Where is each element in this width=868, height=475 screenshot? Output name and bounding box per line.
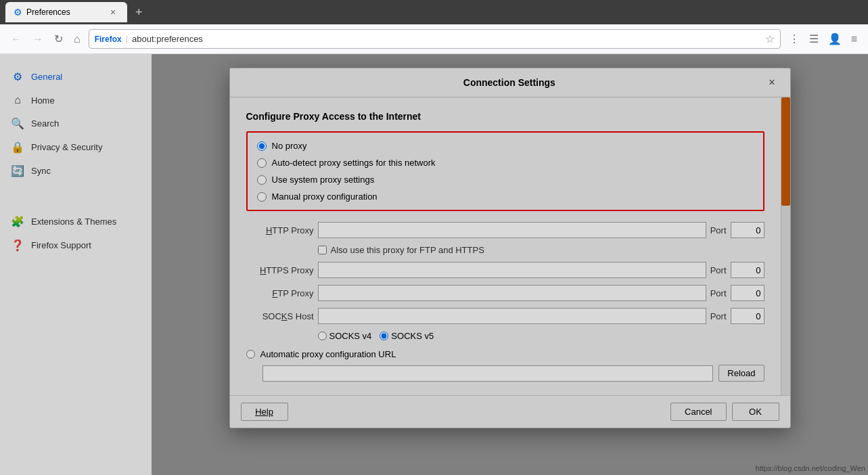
sync-icon: 🔄 [11, 164, 24, 177]
privacy-icon: 🔒 [11, 141, 24, 154]
auto-proxy-row: Automatic proxy configuration URL [246, 349, 764, 359]
sidebar-toggle-button[interactable]: ☰ [806, 30, 821, 48]
http-proxy-label: HTTP Proxy [246, 225, 314, 235]
socks-v4-option[interactable]: SOCKS v4 [318, 331, 372, 341]
sidebar-item-general[interactable]: ⚙ General [0, 65, 152, 89]
also-use-proxy-checkbox[interactable] [318, 246, 327, 254]
sidebar-item-extensions[interactable]: 🧩 Extensions & Themes [0, 210, 152, 233]
sidebar-item-search[interactable]: 🔍 Search [0, 112, 152, 135]
also-use-proxy-row: Also use this proxy for FTP and HTTPS [318, 245, 764, 255]
http-proxy-row: HTTP Proxy Port [246, 222, 764, 238]
auto-proxy-url-input[interactable] [262, 365, 714, 382]
preferences-sidebar: ⚙ General ⌂ Home 🔍 Search 🔒 Privacy & Se… [0, 54, 152, 475]
browser-title-bar: ⚙ Preferences × + [0, 0, 868, 24]
general-icon: ⚙ [11, 70, 24, 83]
https-port-label: Port [710, 265, 727, 275]
ftp-proxy-row: FTP Proxy Port [246, 285, 764, 301]
socks-host-row: SOCKS Host Port [246, 308, 764, 324]
no-proxy-radio[interactable] [257, 141, 267, 151]
nav-right-icons: ⋮ ☰ 👤 ≡ [786, 30, 860, 48]
manual-proxy-option[interactable]: Manual proxy configuration [257, 191, 754, 202]
http-port-input[interactable] [731, 222, 764, 238]
system-proxy-label: Use system proxy settings [272, 175, 375, 185]
https-port-input[interactable] [731, 262, 764, 278]
bookmark-icon[interactable]: ☆ [765, 32, 775, 45]
active-tab[interactable]: ⚙ Preferences × [5, 2, 127, 22]
sidebar-item-home[interactable]: ⌂ Home [0, 89, 152, 112]
sidebar-item-privacy[interactable]: 🔒 Privacy & Security [0, 135, 152, 159]
socks-host-label: SOCKS Host [246, 311, 314, 321]
manual-proxy-section: HTTP Proxy Port Also use this proxy for … [246, 222, 764, 341]
connection-settings-dialog: Connection Settings × Configure Proxy Ac… [229, 68, 791, 428]
cancel-button[interactable]: Cancel [670, 403, 726, 421]
toolbar-toggle-button[interactable]: ⋮ [786, 30, 802, 48]
https-proxy-label: HTTPS Proxy [246, 265, 314, 275]
https-proxy-input[interactable] [318, 262, 706, 278]
footer-action-buttons: Cancel OK [670, 403, 779, 421]
http-port-label: Port [710, 225, 727, 235]
main-content: Connection Settings × Configure Proxy Ac… [152, 54, 868, 475]
auto-detect-radio[interactable] [257, 158, 267, 168]
search-icon: 🔍 [11, 117, 24, 130]
home-icon: ⌂ [11, 94, 24, 106]
sidebar-label-sync: Sync [31, 166, 51, 176]
back-button[interactable]: ← [8, 30, 24, 48]
reload-button[interactable]: Reload [718, 365, 764, 382]
socks-host-input[interactable] [318, 308, 706, 324]
home-button[interactable]: ⌂ [71, 30, 83, 48]
forward-button[interactable]: → [30, 30, 46, 48]
auto-proxy-url-radio[interactable] [246, 350, 255, 359]
ok-button[interactable]: OK [732, 403, 779, 421]
socks-v4-radio[interactable] [318, 332, 327, 340]
account-button[interactable]: 👤 [825, 30, 844, 48]
address-bar[interactable]: Firefox | about:preferences ☆ [89, 29, 781, 49]
ftp-port-input[interactable] [731, 285, 764, 301]
sidebar-label-general: General [31, 72, 62, 82]
no-proxy-label: No proxy [272, 141, 307, 151]
help-button[interactable]: Help [241, 403, 288, 421]
manual-proxy-radio[interactable] [257, 192, 267, 202]
ftp-port-label: Port [710, 288, 727, 298]
refresh-button[interactable]: ↻ [51, 30, 66, 48]
menu-button[interactable]: ≡ [848, 30, 860, 48]
dialog-body: Configure Proxy Access to the Internet N… [230, 97, 790, 395]
sidebar-item-support[interactable]: ❓ Firefox Support [0, 233, 152, 257]
sidebar-label-home: Home [31, 95, 55, 106]
no-proxy-option[interactable]: No proxy [257, 141, 754, 151]
dialog-title-bar: Connection Settings × [230, 68, 790, 97]
tab-close-btn[interactable]: × [107, 6, 119, 18]
socks-port-input[interactable] [731, 308, 764, 324]
manual-proxy-label: Manual proxy configuration [272, 191, 378, 202]
dialog-footer: Help Cancel OK [230, 395, 790, 428]
modal-overlay: Connection Settings × Configure Proxy Ac… [152, 54, 868, 475]
sidebar-item-sync[interactable]: 🔄 Sync [0, 159, 152, 183]
http-proxy-input[interactable] [318, 222, 706, 238]
ftp-proxy-input[interactable] [318, 285, 706, 301]
proxy-section-heading: Configure Proxy Access to the Internet [246, 111, 764, 122]
browser-content: ⚙ General ⌂ Home 🔍 Search 🔒 Privacy & Se… [0, 54, 868, 475]
auto-proxy-label: Automatic proxy configuration URL [260, 349, 396, 359]
socks-v5-radio[interactable] [380, 332, 388, 340]
firefox-brand-label: Firefox [95, 35, 122, 44]
tab-preferences-icon: ⚙ [14, 7, 22, 18]
support-icon: ❓ [11, 239, 24, 252]
dialog-scrollbar[interactable] [781, 97, 790, 395]
auto-proxy-url-row: Reload [262, 365, 764, 382]
dialog-close-button[interactable]: × [764, 75, 779, 90]
socks-port-label: Port [710, 311, 727, 321]
ftp-proxy-label: FTP Proxy [246, 288, 314, 298]
tab-title: Preferences [26, 7, 70, 17]
system-proxy-option[interactable]: Use system proxy settings [257, 175, 754, 185]
dialog-content-area: Configure Proxy Access to the Internet N… [230, 97, 781, 395]
socks-v4-label: SOCKS v4 [329, 331, 372, 341]
scrollbar-thumb[interactable] [781, 97, 790, 206]
sidebar-label-support: Firefox Support [31, 240, 91, 250]
extensions-icon: 🧩 [11, 215, 24, 228]
system-proxy-radio[interactable] [257, 175, 267, 185]
address-url: about:preferences [132, 34, 761, 44]
new-tab-button[interactable]: + [130, 3, 148, 22]
socks-v5-option[interactable]: SOCKS v5 [380, 331, 434, 341]
proxy-options-outlined-box: No proxy Auto-detect proxy settings for … [246, 131, 764, 211]
https-proxy-row: HTTPS Proxy Port [246, 262, 764, 278]
auto-detect-option[interactable]: Auto-detect proxy settings for this netw… [257, 158, 754, 168]
